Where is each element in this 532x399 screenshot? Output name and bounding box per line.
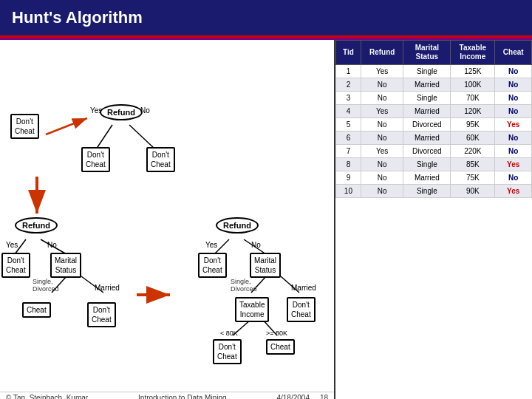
cell-marital: Married xyxy=(403,105,451,118)
cell-cheat: Yes xyxy=(495,158,532,171)
col-marital: MaritalStatus xyxy=(403,41,451,65)
cell-marital: Married xyxy=(403,132,451,145)
footer-left: © Tan, Steinbach, Kumar xyxy=(6,394,88,399)
cell-tid: 5 xyxy=(336,118,361,132)
cell-cheat: No xyxy=(495,145,532,158)
cell-income: 75K xyxy=(451,171,495,185)
cell-tid: 2 xyxy=(336,78,361,92)
footer-date: 4/18/2004 xyxy=(276,394,310,399)
top-yes-dont-cheat: Don'tCheat xyxy=(81,147,110,172)
cell-income: 220K xyxy=(451,145,495,158)
bl-no-label: No xyxy=(47,241,57,249)
br-yes-label: Yes xyxy=(205,241,217,249)
cell-refund: No xyxy=(361,92,403,105)
bl-yes-dont-cheat: Don'tCheat xyxy=(1,253,30,278)
cell-tid: 6 xyxy=(336,132,361,145)
cell-marital: Married xyxy=(403,171,451,185)
footer-center: Introduction to Data Mining xyxy=(138,394,227,399)
cell-refund: Yes xyxy=(361,145,403,158)
cell-income: 95K xyxy=(451,118,495,132)
col-income: TaxableIncome xyxy=(451,41,495,65)
cell-marital: Divorced xyxy=(403,145,451,158)
br-less80k: < 80K xyxy=(220,330,238,337)
cell-cheat: No xyxy=(495,65,532,78)
bl-refund-oval: Refund xyxy=(15,217,58,233)
table-row: 5 No Divorced 95K Yes xyxy=(336,118,532,132)
cell-marital: Single xyxy=(403,92,451,105)
diagram-area: Don'tCheat Yes Refund No Don'tCheat Don'… xyxy=(0,40,334,399)
table-row: 7 Yes Divorced 220K No xyxy=(336,145,532,158)
footer-right: 4/18/2004 18 xyxy=(276,394,328,399)
cell-refund: No xyxy=(361,185,403,198)
br-no-label: No xyxy=(251,241,261,249)
cell-income: 85K xyxy=(451,158,495,171)
col-tid: Tid xyxy=(336,41,361,65)
footer: © Tan, Steinbach, Kumar Introduction to … xyxy=(0,392,334,399)
br-final-cheat: Cheat xyxy=(266,339,295,355)
br-ge80k: >= 80K xyxy=(266,330,287,337)
data-table: Tid Refund MaritalStatus TaxableIncome C… xyxy=(335,40,532,198)
top-refund-oval: Refund xyxy=(100,104,143,120)
cell-refund: Yes xyxy=(361,65,403,78)
col-refund: Refund xyxy=(361,41,403,65)
table-row: 3 No Single 70K No xyxy=(336,92,532,105)
br-taxable-income: TaxableIncome xyxy=(235,297,269,322)
cell-income: 100K xyxy=(451,78,495,92)
cell-tid: 1 xyxy=(336,65,361,78)
bl-cheat-node: Cheat xyxy=(22,302,51,318)
br-single-divorced: Single,Divorced xyxy=(231,278,257,293)
cell-cheat: Yes xyxy=(495,118,532,132)
cell-income: 90K xyxy=(451,185,495,198)
cell-tid: 7 xyxy=(336,145,361,158)
bl-single-divorced: Single,Divorced xyxy=(33,278,59,293)
cell-tid: 8 xyxy=(336,158,361,171)
cell-refund: No xyxy=(361,158,403,171)
br-final-dont-cheat: Don'tCheat xyxy=(213,339,242,364)
header: Hunt's Algorithm xyxy=(0,0,532,35)
bl-marital-status: MaritalStatus xyxy=(50,253,81,278)
cell-refund: Yes xyxy=(361,105,403,118)
top-no-dont-cheat: Don'tCheat xyxy=(146,147,175,172)
br-yes-dont-cheat: Don'tCheat xyxy=(198,253,227,278)
svg-line-2 xyxy=(46,118,87,134)
col-cheat: Cheat xyxy=(495,41,532,65)
bl-married: Married xyxy=(95,284,120,292)
cell-marital: Single xyxy=(403,158,451,171)
cell-income: 70K xyxy=(451,92,495,105)
cell-refund: No xyxy=(361,171,403,185)
cell-cheat: No xyxy=(495,92,532,105)
cell-tid: 10 xyxy=(336,185,361,198)
table-row: 8 No Single 85K Yes xyxy=(336,158,532,171)
svg-line-4 xyxy=(129,125,155,149)
cell-refund: No xyxy=(361,78,403,92)
cell-cheat: No xyxy=(495,78,532,92)
cell-income: 60K xyxy=(451,132,495,145)
cell-marital: Married xyxy=(403,78,451,92)
cell-cheat: No xyxy=(495,132,532,145)
cell-income: 120K xyxy=(451,105,495,118)
cell-refund: No xyxy=(361,118,403,132)
page-title: Hunt's Algorithm xyxy=(12,8,143,27)
cell-marital: Single xyxy=(403,185,451,198)
br-married-dont-cheat: Don'tCheat xyxy=(287,297,316,322)
table-row: 1 Yes Single 125K No xyxy=(336,65,532,78)
br-married: Married xyxy=(291,284,316,292)
cell-tid: 9 xyxy=(336,171,361,185)
svg-line-3 xyxy=(96,125,112,149)
cell-cheat: No xyxy=(495,105,532,118)
table-row: 2 No Married 100K No xyxy=(336,78,532,92)
cell-tid: 3 xyxy=(336,92,361,105)
cell-marital: Divorced xyxy=(403,118,451,132)
data-table-area: Tid Refund MaritalStatus TaxableIncome C… xyxy=(334,40,532,399)
top-no-label: No xyxy=(140,106,150,115)
cell-cheat: No xyxy=(495,171,532,185)
bl-married-dont-cheat: Don'tCheat xyxy=(87,302,116,327)
cell-income: 125K xyxy=(451,65,495,78)
table-row: 6 No Married 60K No xyxy=(336,132,532,145)
cell-tid: 4 xyxy=(336,105,361,118)
bl-yes-label: Yes xyxy=(6,241,18,249)
table-row: 4 Yes Married 120K No xyxy=(336,105,532,118)
cell-marital: Single xyxy=(403,65,451,78)
cell-refund: No xyxy=(361,132,403,145)
footer-page: 18 xyxy=(320,394,328,399)
